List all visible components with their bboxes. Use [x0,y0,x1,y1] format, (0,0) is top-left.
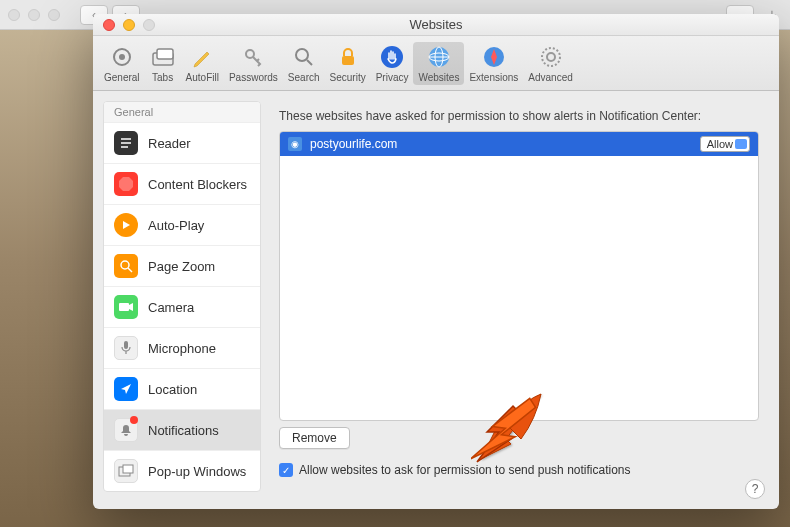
tab-security[interactable]: Security [325,42,371,85]
sidebar-item-popup-windows[interactable]: Pop-up Windows [104,450,260,491]
minimize-icon[interactable] [123,19,135,31]
sidebar-item-label: Reader [148,136,191,151]
svg-rect-25 [124,341,128,349]
outer-close-icon[interactable] [8,9,20,21]
location-icon [114,377,138,401]
tab-passwords[interactable]: Passwords [224,42,283,85]
sidebar-header: General [104,102,260,122]
window-title: Websites [93,17,779,32]
stop-icon [114,172,138,196]
play-icon [114,213,138,237]
svg-point-8 [381,46,403,68]
sidebar-item-content-blockers[interactable]: Content Blockers [104,163,260,204]
favicon-icon: ◉ [288,137,302,151]
svg-line-6 [307,60,312,65]
svg-rect-27 [123,465,133,473]
reader-icon [114,131,138,155]
tab-tabs[interactable]: Tabs [145,42,181,85]
svg-rect-3 [157,49,173,59]
maximize-icon[interactable] [143,19,155,31]
pencil-icon [189,44,215,70]
svg-point-14 [542,48,560,66]
camera-icon [114,295,138,319]
outer-traffic-lights [8,9,60,21]
remove-button[interactable]: Remove [279,427,350,449]
tab-autofill[interactable]: AutoFill [181,42,224,85]
svg-rect-7 [342,56,354,65]
key-icon [240,44,266,70]
sidebar-item-label: Content Blockers [148,177,247,192]
sidebar-item-location[interactable]: Location [104,368,260,409]
preferences-window: Websites General Tabs AutoFill Passwords… [93,14,779,509]
outer-minimize-icon[interactable] [28,9,40,21]
tab-advanced[interactable]: Advanced [523,42,577,85]
sidebar-item-label: Pop-up Windows [148,464,246,479]
sidebar: General Reader Content Blockers Auto-Pla… [93,91,271,509]
svg-line-22 [128,268,132,272]
sidebar-item-camera[interactable]: Camera [104,286,260,327]
website-domain: postyourlife.com [310,137,397,151]
compass-icon [481,44,507,70]
sidebar-item-label: Camera [148,300,194,315]
svg-point-21 [121,261,129,269]
sidebar-item-label: Location [148,382,197,397]
permission-select[interactable]: Allow [700,136,750,152]
tab-search[interactable]: Search [283,42,325,85]
svg-point-15 [547,53,555,61]
website-row[interactable]: ◉ postyourlife.com Allow [280,132,758,156]
svg-point-1 [119,54,125,60]
checkbox-label: Allow websites to ask for permission to … [299,463,631,477]
tab-privacy[interactable]: Privacy [371,42,414,85]
description-text: These websites have asked for permission… [279,109,759,123]
svg-rect-23 [119,303,129,311]
lock-icon [335,44,361,70]
hand-icon [379,44,405,70]
mic-icon [114,336,138,360]
zoom-icon [114,254,138,278]
svg-marker-19 [119,177,133,191]
tab-extensions[interactable]: Extensions [464,42,523,85]
checkbox-icon[interactable]: ✓ [279,463,293,477]
tabs-icon [150,44,176,70]
popup-icon [114,459,138,483]
badge-icon [130,416,138,424]
svg-point-4 [246,50,254,58]
cog-icon [538,44,564,70]
sidebar-item-label: Page Zoom [148,259,215,274]
outer-maximize-icon[interactable] [48,9,60,21]
sidebar-item-label: Microphone [148,341,216,356]
sidebar-item-label: Auto-Play [148,218,204,233]
close-icon[interactable] [103,19,115,31]
sidebar-item-notifications[interactable]: Notifications [104,409,260,450]
svg-point-5 [296,49,308,61]
tab-general[interactable]: General [99,42,145,85]
toolbar: General Tabs AutoFill Passwords Search S… [93,36,779,91]
sidebar-item-microphone[interactable]: Microphone [104,327,260,368]
tab-websites[interactable]: Websites [413,42,464,85]
help-button[interactable]: ? [745,479,765,499]
titlebar: Websites [93,14,779,36]
sidebar-item-auto-play[interactable]: Auto-Play [104,204,260,245]
svg-marker-24 [129,303,133,311]
sidebar-item-reader[interactable]: Reader [104,122,260,163]
search-icon [291,44,317,70]
gear-icon [109,44,135,70]
sidebar-item-page-zoom[interactable]: Page Zoom [104,245,260,286]
website-list[interactable]: ◉ postyourlife.com Allow [279,131,759,421]
checkbox-row[interactable]: ✓ Allow websites to ask for permission t… [279,463,759,477]
globe-icon [426,44,452,70]
sidebar-item-label: Notifications [148,423,219,438]
svg-marker-20 [123,221,130,229]
main-panel: These websites have asked for permission… [271,91,779,509]
